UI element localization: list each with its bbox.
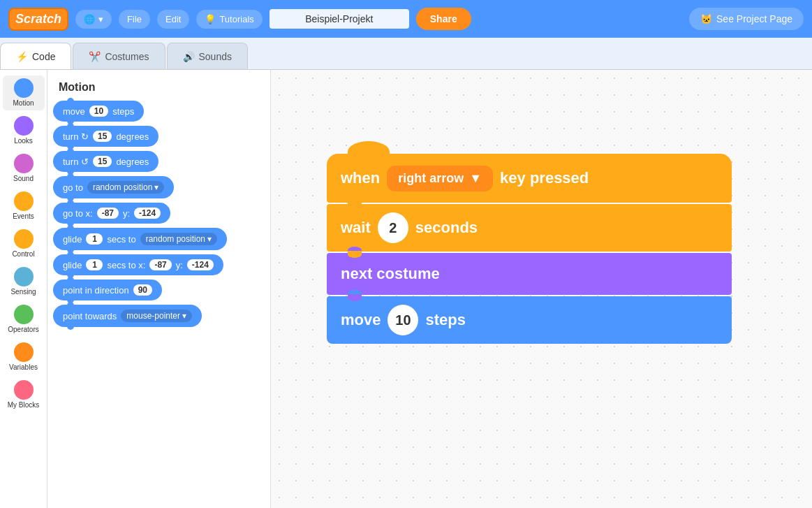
move-text: move bbox=[63, 106, 85, 117]
tutorials-label: Tutorials bbox=[219, 14, 253, 24]
tutorials-button[interactable]: 💡 Tutorials bbox=[196, 10, 262, 29]
block-move-steps[interactable]: move 10 steps bbox=[53, 101, 144, 122]
hat-block-container: when right arrow ▼ key pressed bbox=[327, 154, 732, 203]
turn-left-text: turn ↺ bbox=[63, 157, 89, 167]
script-area[interactable]: when right arrow ▼ key pressed wait 2 se… bbox=[271, 70, 812, 508]
blocks-panel: Motion move 10 steps turn ↻ 15 degrees bbox=[47, 70, 271, 508]
costumes-tab-label: Costumes bbox=[105, 51, 149, 62]
scratch-logo[interactable]: Scratch bbox=[8, 8, 68, 31]
wait-block[interactable]: wait 2 seconds bbox=[327, 204, 732, 252]
block-row-point-dir: point in direction 90 bbox=[53, 280, 265, 300]
scratch-cat-icon: 🐱 bbox=[700, 13, 712, 24]
goto-xy-mid: y: bbox=[123, 208, 130, 219]
goto-dropdown[interactable]: random position ▾ bbox=[87, 181, 164, 194]
code-tab-icon: ⚡ bbox=[16, 51, 28, 62]
costume-block-container: next costume bbox=[327, 253, 732, 295]
blocks-section-motion: move 10 steps turn ↻ 15 degrees turn ↺ 1… bbox=[53, 101, 265, 327]
block-row-glide-xy: glide 1 secs to x: -87 y: -124 bbox=[53, 254, 265, 275]
block-goto[interactable]: go to random position ▾ bbox=[53, 176, 174, 198]
move-steps-suffix: steps bbox=[112, 106, 134, 117]
sidebar-item-operators[interactable]: Operators bbox=[3, 302, 45, 337]
control-label: Control bbox=[12, 250, 34, 259]
project-name-input[interactable] bbox=[270, 9, 409, 29]
block-glide[interactable]: glide 1 secs to random position ▾ bbox=[53, 228, 227, 250]
turn-right-input[interactable]: 15 bbox=[93, 131, 112, 142]
glide-xy-x-input[interactable]: -87 bbox=[149, 259, 171, 270]
sidebar-item-sound[interactable]: Sound bbox=[3, 151, 45, 186]
goto-y-input[interactable]: -124 bbox=[134, 208, 161, 219]
glide-xy-text: glide bbox=[63, 260, 82, 270]
sensing-dot bbox=[14, 267, 34, 286]
hat-when-text: when bbox=[341, 169, 380, 187]
see-project-button[interactable]: 🐱 See Project Page bbox=[689, 8, 804, 30]
motion-dot bbox=[14, 78, 34, 98]
turn-left-suffix: degrees bbox=[116, 157, 149, 167]
block-row-turn-right: turn ↻ 15 degrees bbox=[53, 126, 265, 147]
sidebar-item-events[interactable]: Events bbox=[3, 189, 45, 224]
events-dot bbox=[14, 191, 34, 211]
see-project-label: See Project Page bbox=[716, 13, 792, 24]
block-goto-xy[interactable]: go to x: -87 y: -124 bbox=[53, 203, 170, 224]
motion-label: Motion bbox=[13, 99, 34, 108]
looks-label: Looks bbox=[14, 137, 33, 145]
edit-menu-button[interactable]: Edit bbox=[157, 10, 189, 29]
block-glide-xy[interactable]: glide 1 secs to x: -87 y: -124 bbox=[53, 254, 223, 275]
block-row-turn-left: turn ↺ 15 degrees bbox=[53, 151, 265, 172]
wait-value[interactable]: 2 bbox=[378, 212, 408, 243]
panel-title: Motion bbox=[53, 78, 265, 101]
block-row-move: move 10 steps bbox=[53, 101, 265, 122]
move-block-script[interactable]: move 10 steps bbox=[327, 296, 732, 344]
glide-xy-mid2: y: bbox=[176, 260, 183, 270]
goto-dropdown-arrow: ▾ bbox=[154, 182, 158, 192]
key-dropdown-label: right arrow bbox=[398, 171, 464, 186]
block-point-towards[interactable]: point towards mouse-pointer ▾ bbox=[53, 305, 202, 327]
globe-menu-button[interactable]: 🌐 ▾ bbox=[75, 10, 112, 29]
variables-label: Variables bbox=[9, 363, 38, 372]
point-dir-input[interactable]: 90 bbox=[133, 284, 152, 296]
goto-xy-text: go to x: bbox=[63, 208, 93, 219]
sidebar-item-motion[interactable]: Motion bbox=[3, 75, 45, 110]
move-script-suffix: steps bbox=[425, 311, 465, 329]
tab-costumes[interactable]: ✂️ Costumes bbox=[73, 43, 165, 69]
globe-dropdown-arrow: ▾ bbox=[98, 14, 103, 24]
hat-block[interactable]: when right arrow ▼ key pressed bbox=[327, 154, 732, 203]
sidebar-item-control[interactable]: Control bbox=[3, 226, 45, 261]
point-towards-dropdown[interactable]: mouse-pointer ▾ bbox=[121, 310, 192, 322]
operators-label: Operators bbox=[8, 326, 38, 334]
glide-xy-y-input[interactable]: -124 bbox=[187, 259, 214, 270]
block-point-direction[interactable]: point in direction 90 bbox=[53, 280, 162, 300]
point-towards-arrow: ▾ bbox=[182, 311, 186, 321]
glide-text: glide bbox=[63, 234, 82, 245]
move-steps-input[interactable]: 10 bbox=[89, 106, 108, 117]
block-row-goto-xy: go to x: -87 y: -124 bbox=[53, 203, 265, 224]
hat-connector-bottom bbox=[348, 202, 362, 209]
sidebar-item-looks[interactable]: Looks bbox=[3, 113, 45, 148]
block-turn-left[interactable]: turn ↺ 15 degrees bbox=[53, 151, 158, 172]
block-row-point-towards: point towards mouse-pointer ▾ bbox=[53, 305, 265, 327]
tab-code[interactable]: ⚡ Code bbox=[0, 43, 71, 69]
looks-dot bbox=[14, 116, 34, 136]
share-button[interactable]: Share bbox=[416, 8, 471, 30]
sounds-tab-icon: 🔊 bbox=[183, 51, 195, 62]
sidebar-item-variables[interactable]: Variables bbox=[3, 340, 45, 375]
goto-x-input[interactable]: -87 bbox=[97, 208, 119, 219]
tabs-row: ⚡ Code ✂️ Costumes 🔊 Sounds bbox=[0, 38, 812, 70]
key-dropdown[interactable]: right arrow ▼ bbox=[387, 166, 493, 191]
point-towards-text: point towards bbox=[63, 311, 117, 321]
events-label: Events bbox=[13, 212, 34, 221]
sidebar-item-myblocks[interactable]: My Blocks bbox=[3, 377, 45, 412]
glide-mid: secs to bbox=[107, 234, 135, 245]
turn-left-input[interactable]: 15 bbox=[93, 156, 112, 167]
file-menu-button[interactable]: File bbox=[119, 10, 150, 29]
glide-secs-input[interactable]: 1 bbox=[86, 233, 103, 245]
costume-block[interactable]: next costume bbox=[327, 253, 732, 295]
script-block-group: when right arrow ▼ key pressed wait 2 se… bbox=[327, 154, 732, 344]
move-script-value[interactable]: 10 bbox=[387, 305, 418, 335]
wait-block-container: wait 2 seconds bbox=[327, 204, 732, 252]
sidebar-item-sensing[interactable]: Sensing bbox=[3, 264, 45, 299]
glide-xy-secs-input[interactable]: 1 bbox=[86, 259, 103, 270]
tab-sounds[interactable]: 🔊 Sounds bbox=[167, 43, 248, 69]
block-turn-right[interactable]: turn ↻ 15 degrees bbox=[53, 126, 158, 147]
glide-dropdown[interactable]: random position ▾ bbox=[140, 233, 217, 245]
myblocks-dot bbox=[14, 380, 34, 400]
